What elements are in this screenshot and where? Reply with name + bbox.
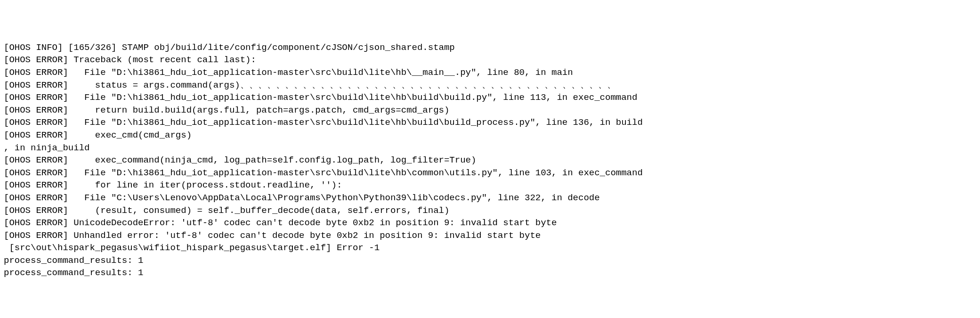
log-line: [OHOS ERROR] for line in iter(process.st…	[4, 179, 976, 192]
log-line: [OHOS ERROR] UnicodeDecodeError: 'utf-8'…	[4, 217, 976, 229]
log-line: [OHOS ERROR] exec_command(ninja_cmd, log…	[4, 154, 976, 167]
log-line: [OHOS ERROR] File "D:\hi3861_hdu_iot_app…	[4, 66, 976, 79]
log-line: [OHOS ERROR] File "D:\hi3861_hdu_iot_app…	[4, 167, 976, 179]
log-line: [OHOS ERROR] File "C:\Users\Lenovo\AppDa…	[4, 192, 976, 204]
log-line: [OHOS ERROR] Traceback (most recent call…	[4, 54, 976, 66]
terminal-output: [OHOS INFO] [165/326] STAMP obj/build/li…	[4, 41, 976, 279]
log-line: [OHOS INFO] [165/326] STAMP obj/build/li…	[4, 41, 976, 54]
log-line: [OHOS ERROR] Unhandled error: 'utf-8' co…	[4, 229, 976, 242]
log-line: [OHOS ERROR] return build.build(args.ful…	[4, 104, 976, 117]
log-line: [src\out\hispark_pegasus\wifiiot_hispark…	[4, 242, 976, 254]
log-line: [OHOS ERROR] status = args.command(args)…	[4, 79, 976, 92]
log-line: [OHOS ERROR] File "D:\hi3861_hdu_iot_app…	[4, 116, 976, 129]
log-line: [OHOS ERROR] File "D:\hi3861_hdu_iot_app…	[4, 91, 976, 104]
log-line: process_command_results: 1	[4, 267, 976, 279]
log-line: , in ninja_build	[4, 142, 976, 155]
log-line: process_command_results: 1	[4, 254, 976, 267]
log-line: [OHOS ERROR] exec_cmd(cmd_args)	[4, 129, 976, 142]
log-line: [OHOS ERROR] (result, consumed) = self._…	[4, 204, 976, 217]
